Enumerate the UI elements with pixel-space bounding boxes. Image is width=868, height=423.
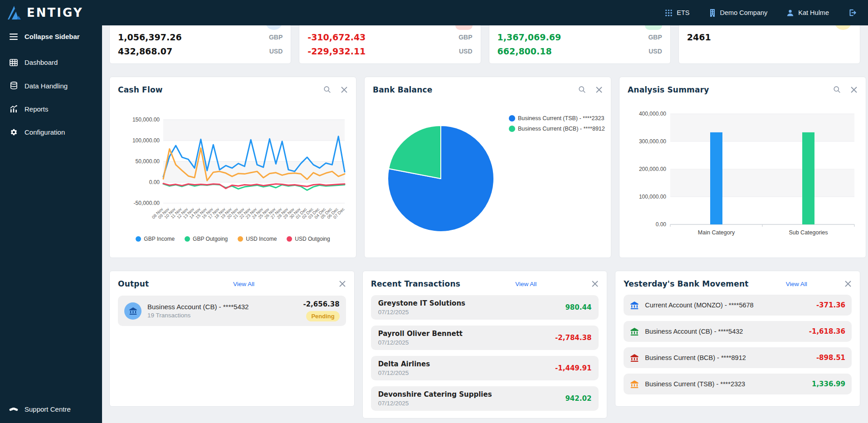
bank-icon — [630, 380, 639, 389]
bank-account-name: Business Current (TSB) - ****2323 — [645, 380, 745, 388]
analysis-summary-bar-chart: 400,000.00300,000.00200,000.00100,000.00… — [628, 102, 858, 241]
legend-item: USD Outgoing — [287, 236, 330, 242]
analysis-summary-title: Analysis Summary — [628, 85, 709, 94]
bank-icon — [630, 301, 639, 310]
handshake-icon — [9, 406, 18, 413]
building-icon — [709, 9, 716, 17]
transaction-amount: 942.02 — [565, 394, 591, 403]
close-icon[interactable] — [339, 280, 346, 287]
transaction-amount: -1,449.91 — [555, 364, 591, 372]
bank-account-name: Current Account (MONZO) - ****5678 — [645, 301, 753, 309]
bank-movement-row[interactable]: Current Account (MONZO) - ****5678 -371.… — [624, 295, 852, 316]
transaction-name: Devonshire Catering Supplies — [378, 390, 492, 399]
yesterday-view-all-link[interactable]: View All — [786, 281, 807, 287]
svg-text:300,000.00: 300,000.00 — [639, 138, 666, 145]
svg-text:400,000.00: 400,000.00 — [639, 111, 666, 117]
hamburger-icon — [9, 34, 18, 40]
bank-icon — [630, 354, 639, 362]
legend-dot — [238, 236, 243, 242]
bank-account-name: Business Current (BCB) - ****8912 — [645, 354, 746, 361]
transaction-date: 07/12/2025 — [378, 370, 430, 376]
svg-text:0.00: 0.00 — [656, 221, 667, 228]
bank-balance-card: Bank Balance Business Current (TSB) - **… — [364, 77, 611, 258]
close-icon[interactable] — [850, 86, 858, 93]
cash-flow-card: Cash Flow 150,000.00100,000.0050,000.000… — [109, 77, 356, 258]
sidebar-item-reports[interactable]: Reports — [0, 100, 102, 118]
sidebar-item-configuration[interactable]: Configuration — [0, 123, 102, 141]
transaction-row[interactable]: Devonshire Catering Supplies 07/12/2025 … — [371, 386, 599, 411]
close-icon[interactable] — [591, 280, 599, 287]
transaction-row[interactable]: Greystone IT Solutions 07/12/2025 980.44 — [371, 295, 599, 320]
svg-text:-50,000.00: -50,000.00 — [134, 200, 160, 206]
sidebar-item-label: Support Centre — [24, 405, 71, 413]
close-icon[interactable] — [844, 280, 852, 287]
transaction-row[interactable]: Payroll Oliver Bennett 07/12/2025 -2,784… — [371, 326, 599, 350]
bank-movement-amount: -1,618.36 — [809, 327, 845, 335]
svg-text:Sub Categories: Sub Categories — [789, 229, 828, 236]
company-menu-item[interactable]: Demo Company — [709, 9, 768, 17]
output-account-row[interactable]: Business Account (CB) - ****5432 19 Tran… — [118, 296, 346, 326]
svg-text:200,000.00: 200,000.00 — [639, 166, 666, 172]
sidebar-item-label: Dashboard — [24, 58, 58, 66]
zoom-icon[interactable] — [833, 86, 841, 94]
dashboard-icon — [9, 59, 18, 66]
zoom-icon[interactable] — [323, 86, 332, 94]
svg-text:Main Category: Main Category — [698, 229, 735, 236]
bottom-cards-row: Output View All Business Account (CB) - … — [109, 271, 860, 418]
transaction-amount: -2,784.38 — [555, 334, 591, 342]
svg-text:150,000.00: 150,000.00 — [132, 117, 160, 123]
collapse-sidebar-label: Collapse Sidebar — [24, 33, 80, 40]
transaction-amount: 980.44 — [565, 303, 591, 311]
pending-exceptions-value: 2461 — [687, 31, 834, 44]
user-menu-item[interactable]: Kat Hulme — [786, 9, 829, 17]
bank-movement-row[interactable]: Business Account (CB) - ****5432 -1,618.… — [624, 321, 852, 342]
reports-chart-icon — [9, 105, 18, 113]
sidebar-item-support-centre[interactable]: Support Centre — [0, 400, 102, 418]
bank-movement-row[interactable]: Business Current (TSB) - ****2323 1,336.… — [624, 374, 852, 394]
income-gbp: 1,367,069.69 — [497, 31, 645, 44]
transaction-date: 07/12/2025 — [378, 400, 492, 407]
bank-icon — [630, 327, 639, 336]
legend-item: USD Income — [238, 236, 277, 242]
output-view-all-link[interactable]: View All — [233, 281, 254, 287]
analysis-summary-card: Analysis Summary 400,000.00300,000.00200… — [619, 77, 866, 258]
yesterday-title: Yesterday's Bank Movement — [624, 279, 748, 288]
company-label: Demo Company — [720, 9, 768, 16]
output-account-name: Business Account (CB) - ****5432 — [147, 303, 249, 311]
outgoings-usd: -229,932.11 — [307, 45, 455, 58]
legend-dot — [287, 236, 292, 242]
cash-flow-legend: GBP IncomeGBP OutgoingUSD IncomeUSD Outg… — [118, 236, 348, 242]
legend-dot — [509, 115, 515, 122]
sidebar-item-dashboard[interactable]: Dashboard — [0, 53, 102, 72]
database-icon — [9, 82, 18, 90]
recent-transactions-title: Recent Transactions — [371, 279, 460, 288]
cash-flow-chart: 150,000.00100,000.0050,000.000.00-50,000… — [118, 102, 348, 234]
close-icon[interactable] — [595, 86, 603, 93]
zoom-icon[interactable] — [578, 86, 586, 94]
transaction-date: 07/12/2025 — [378, 339, 463, 346]
legend-item: Business Current (BCB) - ****8912 — [509, 126, 605, 132]
outgoings-gbp: -310,672.43 — [307, 31, 455, 44]
logout-icon — [848, 9, 856, 17]
legend-item: GBP Outgoing — [185, 236, 228, 242]
usd-label: USD — [645, 45, 662, 58]
gbp-label: GBP — [265, 31, 283, 44]
transaction-row[interactable]: Delta Airlines 07/12/2025 -1,449.91 — [371, 356, 599, 380]
ets-menu-item[interactable]: ETS — [665, 9, 689, 17]
transaction-name: Payroll Oliver Bennett — [378, 330, 463, 338]
bar-main-category — [710, 132, 722, 224]
dashboard-content: Total Movement $ 1,056,397.26 GBP 432,86… — [102, 0, 868, 418]
cash-flow-title: Cash Flow — [118, 85, 163, 94]
close-icon[interactable] — [341, 86, 348, 93]
sidebar-item-data-handling[interactable]: Data Handling — [0, 76, 102, 95]
output-transaction-count: 19 Transactions — [147, 312, 249, 319]
bank-account-name: Business Account (CB) - ****5432 — [645, 328, 743, 335]
app-logo[interactable]: ENTIGY — [0, 5, 102, 20]
svg-text:100,000.00: 100,000.00 — [639, 194, 666, 200]
collapse-sidebar-button[interactable]: Collapse Sidebar — [0, 25, 102, 49]
bank-movement-row[interactable]: Business Current (BCB) - ****8912 -898.5… — [624, 347, 852, 368]
logout-button[interactable] — [848, 9, 856, 17]
recent-view-all-link[interactable]: View All — [515, 281, 536, 287]
brand-name: ENTIGY — [27, 6, 83, 19]
bank-balance-legend: Business Current (TSB) - ****2323Busines… — [509, 115, 605, 132]
